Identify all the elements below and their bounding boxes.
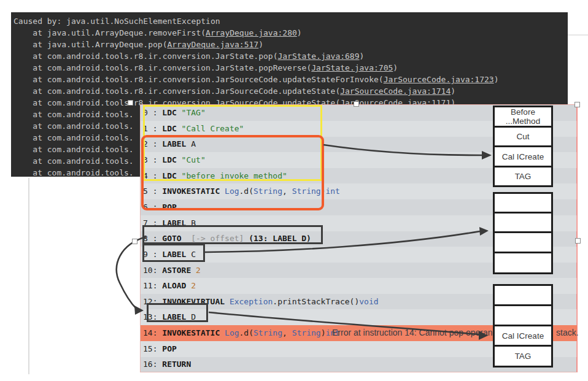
error-message-text: Error at instruction 14: Cannot pop oper… [332,328,493,337]
instruction-token: String [253,328,282,337]
page-vertical-rule [28,178,29,374]
instruction-token: ALOAD [162,281,186,290]
instruction-number: 15: [143,344,162,353]
stacktrace-file-link[interactable]: JarState.java:705 [311,63,393,72]
selection-handle[interactable] [132,239,137,244]
label-d-box [147,303,208,322]
stacktrace-file-link[interactable]: ArrayDeque.java:517 [167,40,258,49]
instruction-number: 16: [143,360,162,369]
selection-handle[interactable] [574,102,580,107]
selection-handle[interactable] [354,101,359,107]
bytecode-row: 16: RETURN [141,356,577,372]
stacktrace-line: at com.android.tools.r8.ir.conversion.Ja… [14,85,568,97]
stacktrace-line: at com.android.tools.r8.ir.conversion.Ja… [14,74,568,85]
instruction-token: .d( [239,328,253,337]
bytecode-row: 10: ASTORE 2 [141,263,577,279]
stacktrace-line: at com.android.tools.r8.ir.conversion.Ja… [14,62,568,74]
bytecode-row: 9 : LABEL C [141,247,577,263]
stacktrace-line: Caused by: java.util.NoSuchElementExcept… [14,15,568,27]
stacktrace-file-link[interactable]: JarState.java:689 [277,52,359,61]
bytecode-panel: 0 : LDC "TAG"1 : LDC "Call Create"2 : LA… [140,104,578,372]
selection-handle[interactable] [128,100,133,106]
label-c-box [142,244,205,262]
stacktrace-file-link[interactable]: JarSourceCode.java:1723 [384,75,494,84]
selection-handle[interactable] [575,238,581,244]
instruction-token: INVOKESTATIC [162,328,220,337]
instruction-token: int [325,187,339,196]
instruction-token: , [282,328,292,337]
instruction-number: 11: [143,281,162,290]
instruction-token: Exception [225,297,273,306]
instruction-number: 10: [143,266,162,275]
stacktrace-line: at java.util.ArrayDeque.pop(ArrayDeque.j… [14,39,568,50]
instruction-number: 14: [143,328,162,337]
instruction-token: ASTORE [162,266,191,275]
stacktrace-line: at com.android.tools.r8.ir.conversion.Ja… [14,50,568,62]
instruction-token: String [292,328,321,337]
instruction-token: 2 [186,281,196,290]
stacktrace-file-link[interactable]: ArrayDeque.java:280 [206,28,297,37]
instruction-token: .printStackTrace() [273,297,359,306]
error-message-text-tail: stack. [556,328,579,337]
instruction-token: 2 [191,266,201,275]
goto-instruction-box [142,225,323,244]
bytecode-row: 11: ALOAD 2 [141,278,577,294]
highlight-box-orange [141,135,324,210]
instruction-token: RETURN [162,360,191,369]
stacktrace-line: at java.util.ArrayDeque.removeFirst(Arra… [14,27,568,39]
bytecode-row: 15: POP [141,341,577,357]
stacktrace-file-link[interactable]: JarSourceCode.java:1714 [340,87,451,96]
instruction-token: void [359,297,378,306]
instruction-token: Log [220,328,239,337]
page-horizontal-rule [568,34,588,36]
instruction-token: POP [162,344,176,353]
